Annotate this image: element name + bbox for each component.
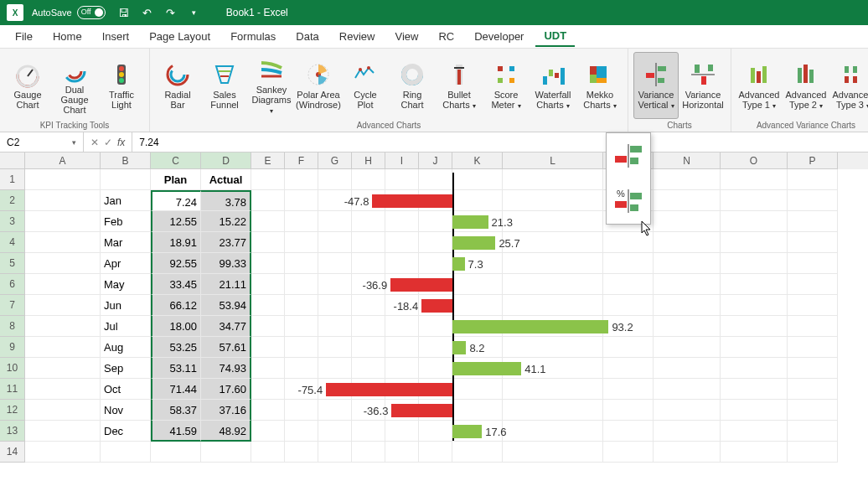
cell-G1[interactable] <box>318 169 352 190</box>
cell-B1[interactable] <box>101 169 151 190</box>
cell-F12[interactable] <box>285 400 318 421</box>
cell-B11[interactable]: Oct <box>101 379 151 400</box>
cell-M4[interactable] <box>603 232 654 253</box>
cell-K13[interactable] <box>452 421 503 442</box>
cell-O10[interactable] <box>721 358 788 379</box>
cell-P4[interactable] <box>788 232 838 253</box>
menu-tab-file[interactable]: File <box>7 27 41 46</box>
cell-D9[interactable]: 57.61 <box>201 337 251 358</box>
cell-O13[interactable] <box>721 421 788 442</box>
column-header-C[interactable]: C <box>151 153 201 169</box>
cell-P1[interactable] <box>788 169 838 190</box>
cell-G10[interactable] <box>318 358 352 379</box>
cell-H8[interactable] <box>352 316 385 337</box>
name-box-dropdown-icon[interactable]: ▾ <box>72 138 76 147</box>
cell-B10[interactable]: Sep <box>101 358 151 379</box>
cell-N2[interactable] <box>654 190 721 211</box>
cell-I11[interactable] <box>385 379 419 400</box>
select-all-corner[interactable] <box>0 153 25 169</box>
cell-K3[interactable] <box>452 211 503 232</box>
row-header-12[interactable]: 12 <box>0 400 25 421</box>
cell-E10[interactable] <box>251 358 285 379</box>
cell-A3[interactable] <box>25 211 101 232</box>
cell-J14[interactable] <box>419 442 452 463</box>
column-header-O[interactable]: O <box>721 153 788 169</box>
cell-M6[interactable] <box>603 274 654 295</box>
column-header-D[interactable]: D <box>201 153 251 169</box>
cell-J13[interactable] <box>419 421 452 442</box>
cell-L12[interactable] <box>503 400 603 421</box>
cell-F5[interactable] <box>285 253 318 274</box>
cell-P5[interactable] <box>788 253 838 274</box>
cell-N7[interactable] <box>654 295 721 316</box>
cell-A10[interactable] <box>25 358 101 379</box>
cell-M5[interactable] <box>603 253 654 274</box>
ribbon-btn-variance-horizontal[interactable]: VarianceHorizontal <box>680 52 726 119</box>
cell-L3[interactable] <box>503 211 603 232</box>
cell-I1[interactable] <box>385 169 419 190</box>
cell-J9[interactable] <box>419 337 452 358</box>
cell-H7[interactable] <box>352 295 385 316</box>
cell-H11[interactable] <box>352 379 385 400</box>
cell-N9[interactable] <box>654 337 721 358</box>
variance-option-percent[interactable]: % <box>607 178 650 224</box>
cell-D11[interactable]: 17.60 <box>201 379 251 400</box>
cell-L1[interactable] <box>503 169 603 190</box>
column-header-A[interactable]: A <box>25 153 101 169</box>
cell-J4[interactable] <box>419 232 452 253</box>
cell-L6[interactable] <box>503 274 603 295</box>
cell-F9[interactable] <box>285 337 318 358</box>
cell-A13[interactable] <box>25 421 101 442</box>
autosave-toggle[interactable]: AutoSave Off <box>32 6 106 19</box>
cell-K9[interactable] <box>452 337 503 358</box>
formula-input[interactable]: 7.24 <box>132 137 868 148</box>
cell-N13[interactable] <box>654 421 721 442</box>
cell-B6[interactable]: May <box>101 274 151 295</box>
cell-M7[interactable] <box>603 295 654 316</box>
cell-G11[interactable] <box>318 379 352 400</box>
column-header-L[interactable]: L <box>503 153 603 169</box>
cell-O4[interactable] <box>721 232 788 253</box>
cell-O6[interactable] <box>721 274 788 295</box>
fx-icon[interactable]: fx <box>117 137 125 148</box>
cell-E13[interactable] <box>251 421 285 442</box>
cell-H13[interactable] <box>352 421 385 442</box>
cell-J6[interactable] <box>419 274 452 295</box>
cell-C8[interactable]: 18.00 <box>151 316 201 337</box>
cell-D10[interactable]: 74.93 <box>201 358 251 379</box>
cell-J1[interactable] <box>419 169 452 190</box>
cell-K14[interactable] <box>452 442 503 463</box>
cell-K5[interactable] <box>452 253 503 274</box>
row-header-7[interactable]: 7 <box>0 295 25 316</box>
cell-I7[interactable] <box>385 295 419 316</box>
ribbon-btn-sales-funnel[interactable]: SalesFunnel <box>202 52 247 119</box>
cell-G13[interactable] <box>318 421 352 442</box>
cell-C14[interactable] <box>151 442 201 463</box>
cell-B5[interactable]: Apr <box>101 253 151 274</box>
cell-N3[interactable] <box>654 211 721 232</box>
cell-P9[interactable] <box>788 337 838 358</box>
cell-I3[interactable] <box>385 211 419 232</box>
row-header-10[interactable]: 10 <box>0 358 25 379</box>
cell-P11[interactable] <box>788 379 838 400</box>
menu-tab-developer[interactable]: Developer <box>466 27 532 46</box>
column-header-G[interactable]: G <box>318 153 352 169</box>
cell-E7[interactable] <box>251 295 285 316</box>
ribbon-btn-dual-gauge-chart[interactable]: Dual GaugeChart <box>52 52 97 119</box>
cell-I6[interactable] <box>385 274 419 295</box>
ribbon-btn-radial-bar[interactable]: RadialBar <box>155 52 200 119</box>
cell-G7[interactable] <box>318 295 352 316</box>
cell-K1[interactable] <box>452 169 503 190</box>
row-header-14[interactable]: 14 <box>0 442 25 463</box>
column-header-K[interactable]: K <box>452 153 503 169</box>
cell-C6[interactable]: 33.45 <box>151 274 201 295</box>
cell-D3[interactable]: 15.22 <box>201 211 251 232</box>
cell-M10[interactable] <box>603 358 654 379</box>
cell-D4[interactable]: 23.77 <box>201 232 251 253</box>
cell-N6[interactable] <box>654 274 721 295</box>
cell-O2[interactable] <box>721 190 788 211</box>
cell-M9[interactable] <box>603 337 654 358</box>
ribbon-btn-advanced-type-3[interactable]: AdvancedType 3 ▾ <box>830 52 868 119</box>
menu-tab-data[interactable]: Data <box>287 27 327 46</box>
cancel-icon[interactable]: ✕ <box>90 137 99 148</box>
